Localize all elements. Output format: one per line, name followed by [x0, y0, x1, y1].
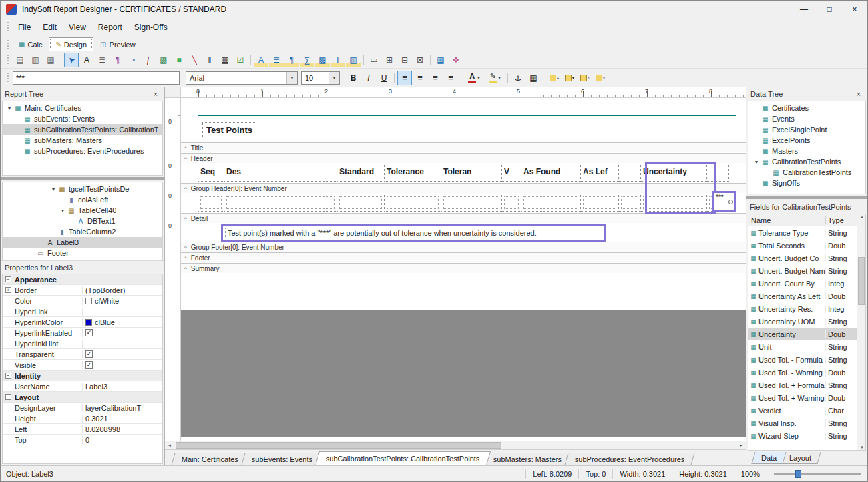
anchor-button[interactable]: ⚓ — [511, 71, 525, 85]
report-object-item[interactable]: A Label3 — [3, 237, 162, 248]
table-detail-cell[interactable] — [441, 194, 502, 212]
report-tree-item[interactable]: ▦ subMasters: Masters — [3, 135, 162, 146]
field-row[interactable]: ▦ Uncert. Budget Name String — [748, 264, 857, 277]
data-tree-item[interactable]: ▦ ExcelSinglePoint — [748, 124, 865, 135]
dbcalc-tool-icon[interactable]: ∑ — [300, 53, 314, 67]
horizontal-scrollbar[interactable]: ◂ ▸ — [165, 441, 746, 449]
fields-column-header-name[interactable]: Name — [748, 216, 826, 224]
menu-item[interactable]: Report — [92, 20, 128, 35]
property-value[interactable]: clWhite — [83, 297, 162, 305]
align-right-button[interactable]: ≡ — [428, 71, 443, 85]
chevron-down-icon[interactable]: ▾ — [477, 75, 480, 81]
dbmemo-tool-icon[interactable]: ≣ — [269, 53, 284, 67]
minimize-button[interactable]: — — [791, 1, 817, 18]
image-tool-icon[interactable]: ▩ — [156, 53, 171, 67]
toolbar-separator[interactable] — [59, 53, 63, 67]
select-tool-icon[interactable]: ➤ — [64, 53, 79, 67]
report-tree-item[interactable]: ▾ ▦ Main: Certificates — [3, 103, 162, 113]
align-justify-button[interactable]: ≡ — [443, 71, 458, 85]
collapse-caret-icon[interactable]: ^ — [184, 145, 187, 151]
data-tree-item[interactable]: ▦ Masters — [748, 146, 865, 156]
table-detail-cell[interactable] — [580, 194, 619, 212]
crosstab-tool-icon[interactable]: ⊠ — [413, 53, 427, 67]
property-row[interactable]: − Identity — [3, 371, 162, 381]
report-object-item[interactable]: ▭ Footer — [3, 248, 162, 258]
align-center-button[interactable]: ≡ — [413, 71, 427, 85]
toolbar-grip[interactable] — [7, 22, 9, 33]
property-row[interactable]: Top 0 — [3, 435, 162, 445]
report-object-item[interactable]: ▮ colAsLeft — [3, 194, 162, 205]
shape-tool-icon[interactable]: ■ — [172, 53, 186, 67]
zoom-slider-thumb[interactable] — [795, 470, 801, 478]
scroll-right-icon[interactable]: ▸ — [736, 441, 746, 449]
property-value[interactable]: Label3 — [83, 383, 162, 391]
collapse-caret-icon[interactable]: ^ — [184, 156, 187, 162]
splitter[interactable] — [746, 196, 867, 199]
table-detail-cell[interactable] — [224, 194, 337, 212]
band-caption[interactable]: ^ Footer — [181, 252, 746, 262]
property-value[interactable]: 0.3021 — [83, 415, 162, 423]
table-header-cell[interactable]: Seq — [198, 164, 224, 182]
snap-grid-icon[interactable]: ▦ — [43, 53, 58, 67]
scrollbar-track[interactable] — [174, 441, 736, 449]
text-edit-field[interactable] — [13, 71, 180, 85]
table-header-cell[interactable]: As Lef — [580, 164, 619, 182]
checkbox-tool-icon[interactable]: ☑ — [233, 53, 248, 67]
dbrichtext-tool-icon[interactable]: ¶ — [284, 53, 299, 67]
menu-item[interactable]: File — [12, 20, 37, 35]
toolbar-separator[interactable] — [248, 53, 253, 67]
property-row[interactable]: UserName Label3 — [3, 381, 162, 392]
splitter[interactable] — [1, 177, 164, 180]
table-detail-cell[interactable] — [501, 194, 521, 212]
chevron-down-icon[interactable]: ▾ — [498, 75, 501, 81]
property-row[interactable]: Transparent ✓ — [3, 349, 162, 360]
report-tree-item[interactable]: ▦ subCalibrationTestPoints: CalibrationT — [3, 124, 162, 135]
expander-icon[interactable]: ▾ — [59, 208, 67, 214]
close-icon[interactable]: × — [151, 90, 160, 98]
theme-icon[interactable]: ❖ — [449, 53, 463, 67]
property-value[interactable]: ✓ — [83, 361, 162, 369]
dbchart-tool-icon[interactable]: ▥ — [346, 53, 361, 67]
property-row[interactable]: Height 0.3021 — [3, 413, 162, 424]
field-row[interactable]: ▦ Visual Insp. String — [748, 417, 857, 429]
field-row[interactable]: ▦ Uncertainty Doub — [748, 328, 857, 340]
vertical-scrollbar[interactable]: ▴ ▾ — [857, 214, 865, 450]
table-header-cell[interactable] — [618, 164, 641, 182]
selected-label[interactable]: *** — [712, 191, 736, 212]
property-value[interactable]: layerCalibrationT — [83, 404, 162, 412]
bring-to-front-button[interactable]: ▴ — [547, 71, 562, 85]
scrollbar-thumb[interactable] — [176, 442, 501, 449]
collapse-caret-icon[interactable]: ^ — [184, 186, 187, 192]
table-header-cell[interactable]: Standard — [337, 164, 385, 182]
barcode-2d-tool-icon[interactable]: ▦ — [218, 53, 232, 67]
property-row[interactable]: Left 8.0208998 — [3, 424, 162, 435]
page-rulers-icon[interactable]: ▥ — [28, 53, 43, 67]
property-row[interactable]: − Appearance — [3, 274, 162, 285]
data-tree-item[interactable]: ▦ Events — [748, 113, 865, 124]
table-detail-cell[interactable] — [521, 194, 581, 212]
report-object-item[interactable]: ▾ ▦ TableCell40 — [3, 205, 162, 216]
table-tool-icon[interactable]: ▦ — [433, 53, 448, 67]
expand-box-icon[interactable]: − — [5, 276, 11, 282]
property-row[interactable]: DesignLayer layerCalibrationT — [3, 403, 162, 413]
toolbar-separator[interactable] — [428, 53, 433, 67]
line-tool-icon[interactable]: ╲ — [187, 53, 202, 67]
band-caption[interactable]: ^ Summary — [181, 263, 746, 273]
table-header-cell[interactable]: As Found — [521, 164, 581, 182]
expander-icon[interactable]: ▾ — [5, 105, 13, 111]
note-label[interactable]: Test point(s) marked with a "***" are po… — [221, 224, 606, 242]
table-detail-cell[interactable] — [198, 194, 224, 212]
chevron-down-icon[interactable]: ▾ — [286, 72, 297, 84]
property-value[interactable]: 8.0208998 — [83, 425, 162, 433]
band-caption[interactable]: ^ Title — [181, 142, 746, 152]
report-tree-item[interactable]: ▦ subEvents: Events — [3, 113, 162, 124]
toolbar-grip[interactable] — [7, 40, 9, 51]
resize-handle[interactable] — [728, 200, 733, 204]
report-object-item[interactable]: A DBText1 — [3, 216, 162, 226]
expand-box-icon[interactable]: + — [5, 287, 11, 293]
band-caption[interactable]: ^ Detail — [181, 213, 746, 223]
property-value[interactable]: (TppBorder) — [83, 286, 162, 294]
property-row[interactable]: HyperLink — [3, 306, 162, 317]
report-tree-item[interactable]: ▦ subProcedures: EventProcedures — [3, 146, 162, 156]
borders-button[interactable]: ▦ — [526, 71, 541, 85]
